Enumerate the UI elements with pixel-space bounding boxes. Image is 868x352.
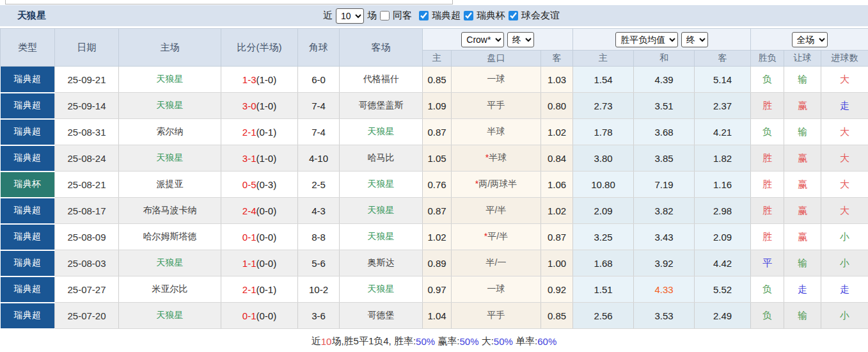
- home-team[interactable]: 索尔纳: [119, 119, 221, 145]
- score-cell: 0-1(0-0): [221, 303, 298, 329]
- title-bar: 天狼星 近 10 场 同客 瑞典超 瑞典杯 球会友谊: [0, 5, 868, 26]
- filter-league-checkbox[interactable]: [419, 11, 429, 20]
- footer-segment: 单率:: [513, 335, 537, 348]
- full-score: 0-1: [242, 232, 256, 243]
- result-handicap-cell: 赢: [784, 145, 821, 172]
- league-type-badge[interactable]: 瑞典超: [1, 119, 55, 145]
- league-type-badge[interactable]: 瑞典超: [1, 276, 55, 303]
- match-date: 25-07-27: [55, 276, 119, 303]
- col-header-date: 日期: [55, 29, 119, 67]
- avg-group-header: 胜平负均值 终: [573, 29, 751, 51]
- result-scope-select[interactable]: 全场: [792, 32, 828, 47]
- home-team[interactable]: 布洛马波卡纳: [119, 198, 221, 224]
- odds-away-cell: 0.85: [541, 303, 573, 329]
- league-type-badge[interactable]: 瑞典超: [1, 198, 55, 224]
- avg-draw-cell: 3.68: [634, 119, 695, 145]
- odds-home-cell: 0.97: [423, 276, 452, 303]
- match-row: 瑞典超25-08-09哈尔姆斯塔德0-1(0-0)8-8天狼星1.02*平/半0…: [1, 224, 868, 250]
- odds-away-cell: 1.06: [541, 172, 573, 198]
- score-cell: 3-0(1-0): [221, 93, 298, 119]
- result-handicap-cell: 赢: [784, 93, 821, 119]
- away-team[interactable]: 代格福什: [340, 67, 423, 93]
- home-team[interactable]: 天狼星: [119, 67, 221, 93]
- odds-away-cell: 1.03: [541, 67, 573, 93]
- league-type-badge[interactable]: 瑞典超: [1, 145, 55, 172]
- full-score: 3-0: [242, 100, 256, 111]
- odds-time-select[interactable]: 终: [507, 32, 534, 47]
- league-type-badge[interactable]: 瑞典超: [1, 224, 55, 250]
- corners-cell: 6-0: [298, 67, 340, 93]
- page: 天狼星 近 10 场 同客 瑞典超 瑞典杯 球会友谊 类型: [0, 0, 868, 352]
- odds-away-cell: 0.92: [541, 276, 573, 303]
- away-team[interactable]: 哥德堡盖斯: [340, 93, 423, 119]
- handicap-cell: 平/半: [452, 198, 541, 224]
- match-date: 25-09-21: [55, 67, 119, 93]
- footer-segment: 50%: [494, 336, 513, 347]
- odds-home-cell: 1.02: [423, 224, 452, 250]
- footer-segment: 场,胜5平1负4, 胜率:: [331, 335, 416, 348]
- score-cell: 3-1(1-0): [221, 145, 298, 172]
- filter-league-label: 瑞典超: [432, 10, 461, 22]
- result-handicap-cell: 输: [784, 67, 821, 93]
- full-score: 1-3: [242, 74, 256, 85]
- away-team[interactable]: 天狼星: [340, 276, 423, 303]
- footer-summary: 近10场,胜5平1负4, 胜率:50% 赢率:50% 大:50% 单率:60%: [0, 330, 868, 352]
- full-score: 2-4: [242, 205, 256, 216]
- match-date: 25-08-24: [55, 145, 119, 172]
- away-team[interactable]: 哥德堡: [340, 303, 423, 329]
- score-cell: 1-3(1-0): [221, 67, 298, 93]
- avg-time-select[interactable]: 终: [681, 32, 708, 47]
- league-type-badge[interactable]: 瑞典超: [1, 93, 55, 119]
- recent-count-select[interactable]: 10: [336, 8, 364, 24]
- half-score: (0-0): [256, 310, 277, 321]
- avg-away-cell: 4.42: [695, 250, 751, 276]
- match-row: 瑞典超25-08-03天狼星1-1(0-0)5-6奥斯达0.89半/一1.001…: [1, 250, 868, 276]
- subcol-odds-away: 客: [541, 51, 573, 67]
- avg-away-cell: 2.49: [695, 303, 751, 329]
- home-team[interactable]: 天狼星: [119, 145, 221, 172]
- match-date: 25-08-17: [55, 198, 119, 224]
- home-team[interactable]: 米亚尔比: [119, 276, 221, 303]
- avg-home-cell: 3.80: [573, 145, 634, 172]
- odds-away-cell: 0.84: [541, 145, 573, 172]
- handicap-cell: *半球: [452, 145, 541, 172]
- league-type-badge[interactable]: 瑞典超: [1, 303, 55, 329]
- home-team[interactable]: 天狼星: [119, 250, 221, 276]
- odds-home-cell: 0.87: [423, 198, 452, 224]
- avg-home-cell: 2.56: [573, 303, 634, 329]
- half-score: (1-0): [256, 100, 277, 111]
- odds-company-select[interactable]: Crow*: [461, 32, 504, 47]
- home-team[interactable]: 派提亚: [119, 172, 221, 198]
- league-type-badge[interactable]: 瑞典杯: [1, 172, 55, 198]
- same-opponent-checkbox[interactable]: [380, 11, 390, 20]
- avg-away-cell: 1.82: [695, 145, 751, 172]
- away-team[interactable]: 哈马比: [340, 145, 423, 172]
- avg-home-cell: 2.09: [573, 198, 634, 224]
- home-team[interactable]: 天狼星: [119, 93, 221, 119]
- result-goals-cell: 大: [821, 67, 868, 93]
- result-goals-cell: 小: [821, 250, 868, 276]
- handicap-star: *: [485, 152, 489, 163]
- league-type-badge[interactable]: 瑞典超: [1, 67, 55, 93]
- odds-group-header: Crow* 终: [423, 29, 573, 51]
- result-goals-cell: 走: [821, 93, 868, 119]
- home-team[interactable]: 天狼星: [119, 303, 221, 329]
- score-cell: 2-1(0-1): [221, 119, 298, 145]
- away-team[interactable]: 天狼星: [340, 119, 423, 145]
- match-row: 瑞典杯25-08-21派提亚0-5(0-3)2-5天狼星0.76*两/两球半1.…: [1, 172, 868, 198]
- filter-cup-checkbox[interactable]: [464, 11, 473, 20]
- score-cell: 1-1(0-0): [221, 250, 298, 276]
- league-type-badge[interactable]: 瑞典超: [1, 250, 55, 276]
- handicap-star: *: [484, 231, 487, 241]
- filter-friendly-checkbox[interactable]: [509, 11, 518, 20]
- full-score: 1-1: [242, 258, 256, 269]
- avg-type-select[interactable]: 胜平负均值: [615, 32, 678, 47]
- away-team[interactable]: 天狼星: [340, 198, 423, 224]
- away-team[interactable]: 奥斯达: [340, 250, 423, 276]
- home-team[interactable]: 哈尔姆斯塔德: [119, 224, 221, 250]
- corners-cell: 3-6: [298, 303, 340, 329]
- col-header-score: 比分(半场): [221, 29, 298, 67]
- avg-away-cell: 2.98: [695, 198, 751, 224]
- away-team[interactable]: 天狼星: [340, 224, 423, 250]
- away-team[interactable]: 天狼星: [340, 172, 423, 198]
